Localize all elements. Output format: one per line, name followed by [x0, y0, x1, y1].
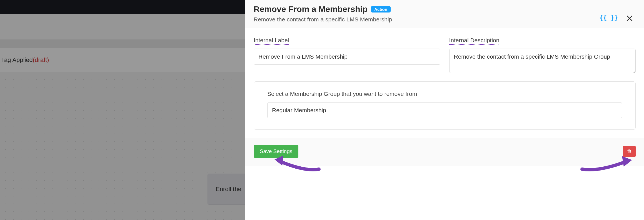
- membership-group-label: Select a Membership Group that you want …: [267, 91, 417, 98]
- panel-header: Remove From a Membership Action Remove t…: [245, 0, 644, 28]
- membership-group-selected: Regular Membership: [272, 107, 326, 113]
- save-button[interactable]: Save Settings: [254, 145, 298, 158]
- trash-icon: [627, 149, 632, 154]
- internal-description-textarea[interactable]: [449, 49, 636, 73]
- settings-panel: Remove From a Membership Action Remove t…: [245, 0, 644, 220]
- internal-description-field: Internal Description: [449, 37, 636, 73]
- internal-description-caption: Internal Description: [449, 37, 500, 45]
- panel-subtitle: Remove the contact from a specific LMS M…: [254, 16, 636, 23]
- action-badge: Action: [371, 6, 391, 12]
- membership-group-select[interactable]: Regular Membership: [267, 102, 622, 118]
- template-braces-button[interactable]: {{ }}: [599, 14, 618, 22]
- panel-body: Internal Label Internal Description Sele…: [245, 28, 644, 132]
- internal-label-field: Internal Label: [254, 37, 440, 73]
- close-button[interactable]: [626, 14, 633, 22]
- panel-title: Remove From a Membership: [254, 4, 368, 14]
- close-icon: [626, 14, 633, 22]
- internal-label-input[interactable]: [254, 49, 440, 65]
- internal-label-caption: Internal Label: [254, 37, 289, 45]
- delete-button[interactable]: [623, 146, 636, 157]
- membership-group-box: Select a Membership Group that you want …: [254, 81, 636, 130]
- panel-footer: Save Settings: [245, 138, 644, 166]
- panel-title-row: Remove From a Membership Action: [254, 4, 636, 14]
- field-row: Internal Label Internal Description: [254, 37, 636, 73]
